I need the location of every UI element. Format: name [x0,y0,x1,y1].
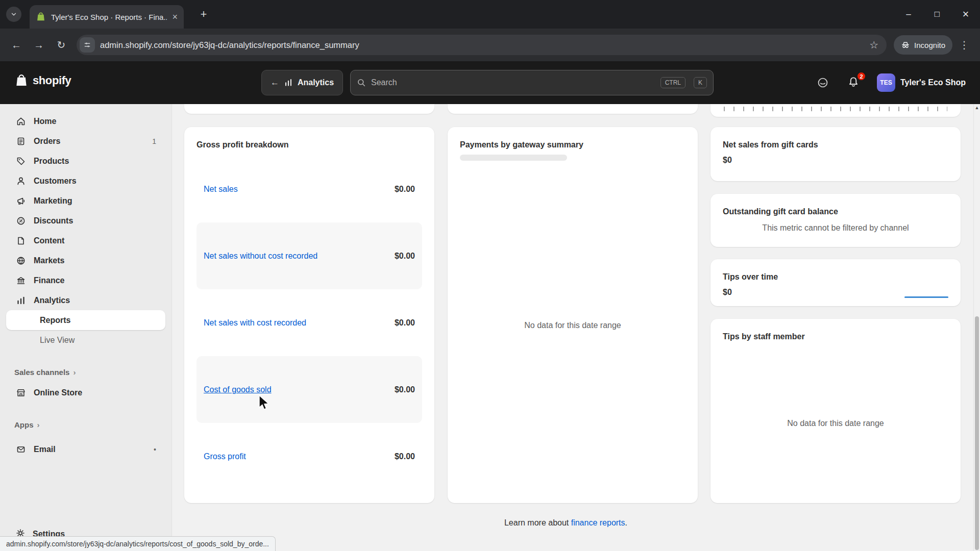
forward-button[interactable]: → [29,35,49,55]
card-title: Tips over time [723,272,948,282]
search-icon [357,78,366,87]
tab-search-button[interactable] [6,7,21,22]
shopify-logo[interactable]: shopify [14,73,71,88]
browser-menu-icon[interactable]: ⋮ [954,35,974,55]
shopify-bag-icon [14,73,29,88]
sidebar-nav: Home Orders 1 Products Customers Marketi… [0,104,172,459]
card-title: Tips by staff member [723,332,948,341]
finance-reports-link[interactable]: finance reports [571,518,625,527]
bookmark-star-icon[interactable]: ☆ [865,39,883,51]
scrollbar-thumb[interactable] [975,316,979,550]
sidebar-item-email[interactable]: Email • [6,439,165,459]
url-text: admin.shopify.com/store/jy63jq-dc/analyt… [100,40,860,50]
admin-search-input[interactable]: Search CTRL K [350,70,714,95]
empty-state-text: No data for this date range [710,419,961,428]
address-bar[interactable]: admin.shopify.com/store/jy63jq-dc/analyt… [77,35,887,55]
footer-text: Learn more about [504,518,571,527]
account-menu[interactable]: TES Tyler's Eco Shop [877,73,966,92]
browser-tab[interactable]: Tyler's Eco Shop · Reports · Fina... × [30,5,184,29]
screen: Tyler's Eco Shop · Reports · Fina... × +… [0,0,980,551]
site-info-button[interactable] [80,37,95,53]
status-link-text: admin.shopify.com/store/jy63jq-dc/analyt… [6,540,269,548]
sidebar-item-label: Content [34,236,64,245]
sales-channels-header[interactable]: Sales channels › [6,363,165,381]
payments-gateway-card: Payments by gateway summary No data for … [448,127,698,503]
section-label: Sales channels [14,368,69,377]
shopify-header: shopify ← Analytics Search CTRL K [0,61,980,104]
net-sales-link[interactable]: Net sales [204,185,238,194]
sidebar-item-reports[interactable]: Reports [6,310,165,330]
card-title: Outstanding gift card balance [723,207,948,216]
sidebar-item-products[interactable]: Products [6,151,165,171]
discounts-percent-icon [15,216,27,226]
finance-bank-icon [15,276,27,286]
sidebar-item-content[interactable]: Content [6,231,165,251]
cost-of-goods-sold-link[interactable]: Cost of goods sold [204,385,272,394]
analytics-bars-icon [15,295,27,306]
inbox-button[interactable] [817,77,829,91]
net-sales-without-cost-link[interactable]: Net sales without cost recorded [204,252,317,261]
sidebar-item-label: Products [34,157,69,166]
metric-value: $0 [723,156,948,165]
maximize-button[interactable]: □ [923,0,951,29]
context-label: Analytics [298,78,334,87]
sidebar-item-home[interactable]: Home [6,111,165,131]
sidebar-item-analytics[interactable]: Analytics [6,290,165,310]
gross-profit-card: Gross profit breakdown Net sales $0.00 N… [184,127,434,503]
sidebar-item-live-view[interactable]: Live View [6,330,165,350]
metric-value: $0.00 [395,185,415,194]
sparkline [904,296,948,298]
mouse-cursor [258,395,270,411]
gift-card-sales-card: Net sales from gift cards $0 [710,127,961,181]
metric-row: Cost of goods sold $0.00 [197,356,422,423]
inbox-icon [817,77,829,89]
orders-count-badge: 1 [152,137,156,145]
page-scrollbar[interactable]: ▲ [973,104,980,551]
sidebar-item-online-store[interactable]: Online Store [6,383,165,403]
keycap-k: K [694,77,707,88]
chevron-down-icon [10,11,17,18]
window-controls: – □ × [894,0,980,29]
metric-value: $0.00 [395,452,415,461]
sidebar-item-customers[interactable]: Customers [6,171,165,191]
notification-count-badge: 2 [856,71,866,81]
sidebar-item-label: Live View [40,336,75,345]
sidebar-item-discounts[interactable]: Discounts [6,211,165,231]
metric-value: $0.00 [395,252,415,261]
sidebar-item-orders[interactable]: Orders 1 [6,131,165,151]
sidebar-item-label: Home [34,117,56,126]
footer-note: Learn more about finance reports. [172,518,960,528]
close-button[interactable]: × [951,0,980,29]
reload-button[interactable]: ↻ [51,35,71,55]
card-title: Gross profit breakdown [197,140,422,149]
customers-icon [15,176,27,186]
sidebar-item-label: Finance [34,276,64,285]
minimize-button[interactable]: – [894,0,923,29]
net-sales-with-cost-link[interactable]: Net sales with cost recorded [204,318,306,328]
scroll-up-arrow[interactable]: ▲ [974,105,980,110]
incognito-label: Incognito [914,41,945,49]
filter-note: This metric cannot be filtered by channe… [723,223,948,233]
sidebar-item-label: Analytics [34,296,70,305]
apps-header[interactable]: Apps › [6,416,165,433]
browser-titlebar: Tyler's Eco Shop · Reports · Fina... × +… [0,0,980,29]
tune-icon [83,41,91,49]
metric-row: Net sales with cost recorded $0.00 [197,289,422,356]
axis-tick-marks [724,107,947,111]
sidebar-item-markets[interactable]: Markets [6,251,165,270]
tab-title: Tyler's Eco Shop · Reports · Fina... [51,13,167,21]
email-icon [15,444,27,455]
incognito-icon [901,40,910,49]
sidebar-item-marketing[interactable]: Marketing [6,191,165,211]
metric-row: Net sales $0.00 [197,156,422,222]
sidebar-item-finance[interactable]: Finance [6,270,165,290]
new-tab-button[interactable]: + [197,7,211,21]
sidebar-item-label: Customers [34,177,77,186]
analytics-back-button[interactable]: ← Analytics [261,70,343,95]
gross-profit-rows: Net sales $0.00 Net sales without cost r… [197,156,422,490]
back-button[interactable]: ← [6,35,27,55]
search-placeholder: Search [371,78,655,87]
tab-close-icon[interactable]: × [172,12,178,21]
sidebar-item-label: Reports [40,316,70,325]
gross-profit-link[interactable]: Gross profit [204,452,246,461]
